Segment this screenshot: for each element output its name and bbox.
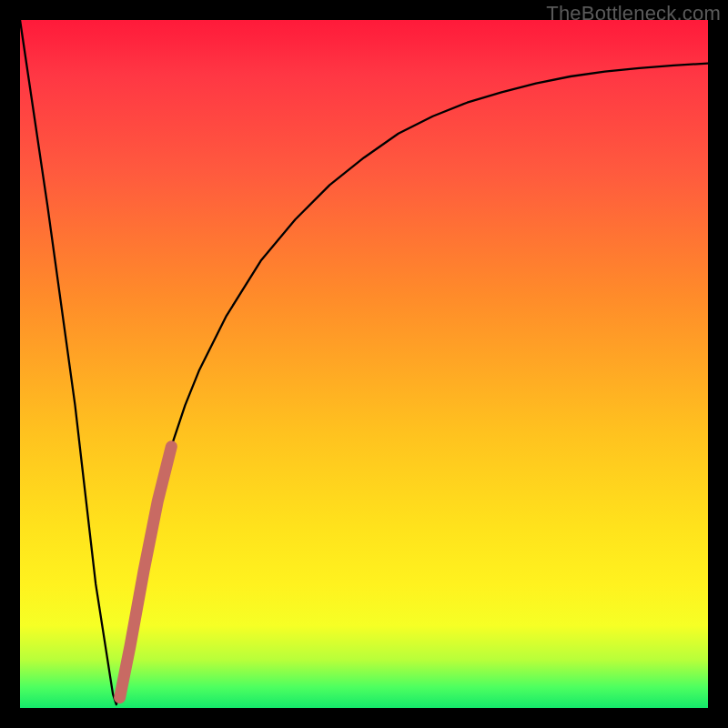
bottleneck-curve	[20, 20, 708, 704]
watermark-text: TheBottleneck.com	[546, 2, 721, 25]
chart-svg	[20, 20, 708, 708]
chart-frame: TheBottleneck.com	[0, 0, 728, 728]
highlight-segment	[120, 447, 172, 698]
